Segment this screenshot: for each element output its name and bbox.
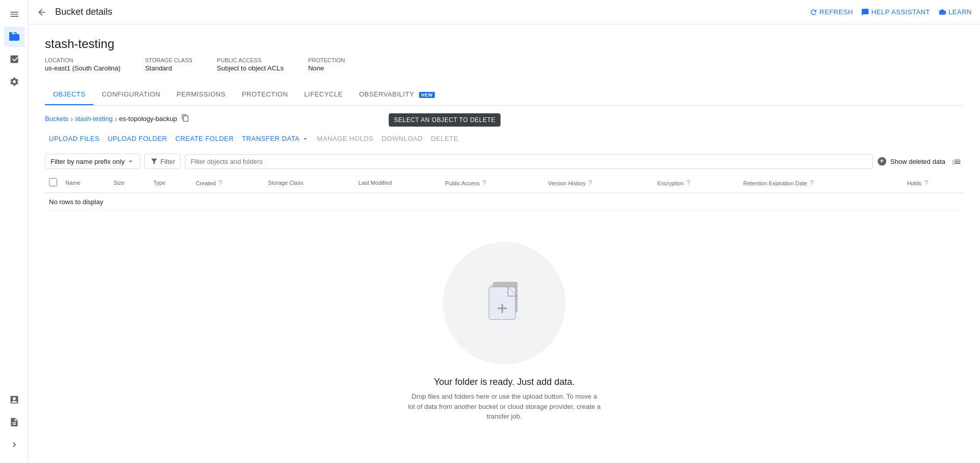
th-retention: Retention expiration date ? — [739, 173, 903, 193]
sidebar — [0, 0, 29, 463]
action-bar: UPLOAD FILES UPLOAD FOLDER CREATE FOLDER… — [45, 132, 964, 145]
th-checkbox — [45, 173, 61, 193]
topbar: Bucket details REFRESH HELP ASSISTANT LE… — [29, 0, 980, 25]
tab-protection[interactable]: PROTECTION — [234, 84, 296, 105]
empty-state-title: Your folder is ready. Just add data. — [434, 377, 575, 387]
density-button[interactable] — [949, 154, 964, 168]
create-folder-button[interactable]: CREATE FOLDER — [172, 132, 238, 145]
select-all-checkbox[interactable] — [49, 178, 57, 186]
filter-input[interactable] — [185, 154, 873, 169]
holds-help-icon[interactable]: ? — [924, 179, 928, 187]
learn-button[interactable]: LEARN — [938, 8, 972, 16]
sidebar-settings-icon[interactable] — [4, 71, 24, 92]
breadcrumb-sep-1: › — [70, 115, 73, 123]
download-button[interactable]: DOWNLOAD — [378, 132, 427, 145]
objects-table: Name Size Type Created ? Storage class L… — [45, 173, 964, 211]
breadcrumb-parent[interactable]: stash-testing — [75, 115, 113, 123]
manage-holds-button[interactable]: MANAGE HOLDS — [313, 132, 378, 145]
empty-state: Your folder is ready. Just add data. Dro… — [45, 211, 964, 442]
observability-new-badge: NEW — [419, 92, 435, 98]
objects-table-container: Name Size Type Created ? Storage class L… — [45, 173, 964, 211]
breadcrumb-buckets[interactable]: Buckets — [45, 115, 68, 123]
no-rows-message: No rows to display — [45, 193, 964, 211]
sidebar-storage-icon[interactable] — [4, 27, 24, 47]
upload-files-button[interactable]: UPLOAD FILES — [45, 132, 104, 145]
breadcrumb-current: es-topology-backup — [119, 115, 177, 123]
retention-help-icon[interactable]: ? — [810, 179, 814, 187]
table-header-row: Name Size Type Created ? Storage class L… — [45, 173, 964, 193]
created-help-icon[interactable]: ? — [218, 179, 223, 187]
bucket-storage-class: Storage class Standard — [145, 57, 192, 72]
tab-observability[interactable]: OBSERVABILITY NEW — [351, 84, 443, 105]
page-title: Bucket details — [55, 7, 112, 17]
bucket-protection: Protection None — [308, 57, 345, 72]
show-deleted-toggle[interactable]: Show deleted data — [877, 156, 945, 166]
version-help-icon[interactable]: ? — [588, 179, 592, 187]
content-area: stash-testing Location us-east1 (South C… — [29, 25, 980, 463]
sidebar-docs-icon[interactable] — [4, 412, 24, 432]
refresh-button[interactable]: REFRESH — [810, 8, 853, 16]
sidebar-menu-icon[interactable] — [4, 4, 24, 25]
transfer-data-button[interactable]: TRANSFER DATA — [238, 132, 313, 145]
filter-button[interactable]: Filter — [144, 154, 181, 169]
bucket-name: stash-testing — [45, 37, 964, 51]
bucket-public-access: Public access Subject to object ACLs — [217, 57, 284, 72]
tabs: OBJECTS CONFIGURATION PERMISSIONS PROTEC… — [45, 84, 964, 106]
copy-path-icon[interactable] — [181, 114, 189, 124]
bucket-metadata: Location us-east1 (South Carolina) Stora… — [45, 57, 964, 72]
tab-permissions[interactable]: PERMISSIONS — [168, 84, 234, 105]
delete-button[interactable]: DELETE Select an object to delete — [427, 132, 462, 145]
th-version-history: Version history ? — [544, 173, 653, 193]
sidebar-transfer-icon[interactable] — [4, 389, 24, 410]
main-content: Bucket details REFRESH HELP ASSISTANT LE… — [29, 0, 980, 463]
public-access-help-icon[interactable]: ? — [482, 179, 486, 187]
filter-right: Show deleted data — [877, 154, 964, 168]
th-encryption: Encryption ? — [653, 173, 739, 193]
th-last-modified: Last modified — [354, 173, 441, 193]
upload-folder-button[interactable]: UPLOAD FOLDER — [104, 132, 171, 145]
th-created: Created ? — [191, 173, 264, 193]
breadcrumb-sep-2: › — [115, 115, 117, 123]
breadcrumb: Buckets › stash-testing › es-topology-ba… — [45, 114, 964, 124]
objects-panel: Buckets › stash-testing › es-topology-ba… — [45, 106, 964, 442]
th-storage-class: Storage class — [264, 173, 354, 193]
th-size: Size — [109, 173, 149, 193]
empty-state-description: Drop files and folders here or use the u… — [407, 392, 601, 422]
sidebar-bottom — [4, 389, 24, 463]
empty-state-illustration — [443, 242, 566, 364]
th-name: Name — [61, 173, 109, 193]
no-rows-row: No rows to display — [45, 193, 964, 211]
filter-name-dropdown[interactable]: Filter by name prefix only — [45, 154, 140, 169]
topbar-actions: REFRESH HELP ASSISTANT LEARN — [810, 8, 972, 16]
tab-objects[interactable]: OBJECTS — [45, 84, 93, 105]
sidebar-monitoring-icon[interactable] — [4, 49, 24, 69]
sidebar-top — [4, 4, 24, 92]
tab-lifecycle[interactable]: LIFECYCLE — [296, 84, 351, 105]
encryption-help-icon[interactable]: ? — [687, 179, 691, 187]
help-assistant-button[interactable]: HELP ASSISTANT — [861, 8, 930, 16]
th-public-access: Public access ? — [441, 173, 544, 193]
bucket-location: Location us-east1 (South Carolina) — [45, 57, 120, 72]
filter-bar: Filter by name prefix only Filter Show d… — [45, 154, 964, 169]
tab-configuration[interactable]: CONFIGURATION — [93, 84, 168, 105]
sidebar-expand-icon[interactable] — [4, 434, 24, 455]
svg-rect-3 — [489, 287, 516, 320]
th-type: Type — [149, 173, 191, 193]
th-holds: Holds ? — [903, 173, 964, 193]
back-button[interactable] — [37, 7, 47, 17]
